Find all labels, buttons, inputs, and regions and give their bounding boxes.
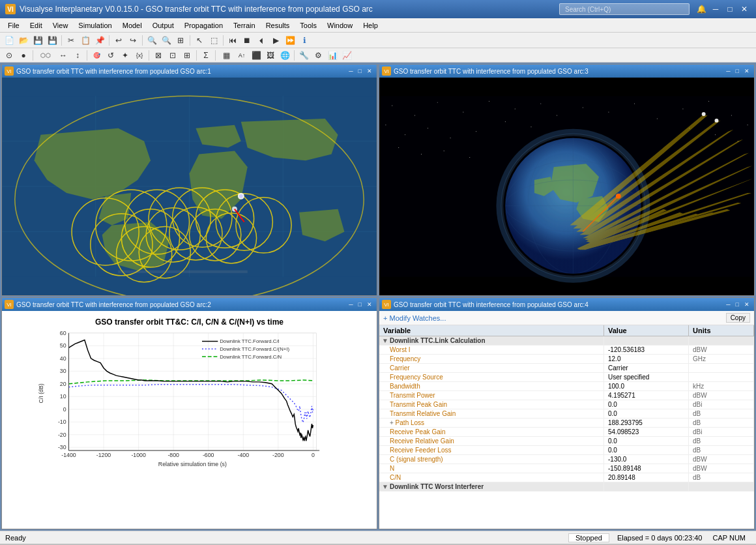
tb2-btn14[interactable]: A↑: [235, 49, 248, 62]
tb2-btn17[interactable]: 🌐: [278, 49, 291, 62]
tb2-btn18[interactable]: 🔧: [297, 49, 310, 62]
map-canvas[interactable]: [2, 78, 377, 295]
tb2-btn9[interactable]: {x}: [133, 49, 146, 62]
globe-close[interactable]: ✕: [742, 68, 751, 74]
window-globe-titlebar: VI GSO transfer orbit TTC with interfere…: [379, 65, 754, 78]
label-n: N: [379, 464, 604, 473]
svg-text:60: 60: [60, 330, 66, 336]
value-worst-i: -120.536183: [604, 346, 689, 354]
zoom-in-btn[interactable]: 🔍: [145, 34, 158, 47]
tb2-btn4[interactable]: ↔: [57, 49, 70, 62]
chart-close[interactable]: ✕: [365, 301, 374, 308]
rewind-btn[interactable]: ⏮: [226, 34, 239, 47]
paste-btn[interactable]: 📌: [93, 34, 106, 47]
unit-cn: dB: [689, 473, 754, 482]
info-btn[interactable]: ℹ: [298, 34, 311, 47]
globe-minimize[interactable]: ─: [724, 68, 732, 74]
close-btn[interactable]: ✕: [738, 3, 751, 16]
value-rx-feeder-loss: 0.0: [604, 446, 689, 454]
cut-btn[interactable]: ✂: [65, 34, 78, 47]
chart-minimize[interactable]: ─: [347, 301, 355, 308]
tb2-btn2[interactable]: ●: [17, 49, 30, 62]
tb2-btn19[interactable]: ⚙: [312, 49, 325, 62]
menu-window[interactable]: Window: [322, 20, 358, 31]
menu-terrain[interactable]: Terrain: [228, 20, 261, 31]
play-btn[interactable]: ▶: [269, 34, 282, 47]
map-maximize[interactable]: □: [356, 68, 364, 74]
copy-btn[interactable]: 📋: [79, 34, 92, 47]
notification-btn[interactable]: 🔔: [695, 3, 708, 16]
svg-text:-20: -20: [58, 432, 66, 438]
tb2-sigma[interactable]: Σ: [199, 49, 212, 62]
map-close[interactable]: ✕: [365, 68, 374, 74]
menu-propagation[interactable]: Propagation: [179, 20, 228, 31]
menu-model[interactable]: Model: [117, 20, 147, 31]
menu-help[interactable]: Help: [358, 20, 383, 31]
menu-simulation[interactable]: Simulation: [73, 20, 117, 31]
tb2-btn1[interactable]: ⊙: [3, 49, 16, 62]
search-placeholder: Search (Ctrl+Q): [565, 6, 611, 13]
minimize-btn[interactable]: ─: [709, 3, 722, 16]
menu-output[interactable]: Output: [147, 20, 179, 31]
tb2-btn6[interactable]: 🎯: [90, 49, 103, 62]
select-btn[interactable]: ⬚: [207, 34, 220, 47]
unit-carrier: [689, 364, 754, 372]
row-bandwidth: Bandwidth 100.0 kHz: [379, 382, 754, 391]
new-btn[interactable]: 📄: [3, 34, 16, 47]
data-close[interactable]: ✕: [742, 301, 751, 308]
window-data-title: GSO transfer orbit TTC with interference…: [394, 301, 724, 308]
map-minimize[interactable]: ─: [347, 68, 355, 74]
save-as-btn[interactable]: 💾: [46, 34, 59, 47]
menu-file[interactable]: File: [3, 20, 25, 31]
chart-maximize[interactable]: □: [356, 301, 364, 308]
tb2-btn12[interactable]: ⊞: [181, 49, 194, 62]
data-table-scroll[interactable]: ▼Downlink TTC.Link Calculation Worst I -…: [379, 336, 754, 529]
stop-btn[interactable]: ⏹: [240, 34, 254, 47]
globe-maximize[interactable]: □: [734, 68, 741, 74]
fit-btn[interactable]: ⊞: [174, 34, 187, 47]
tb2-btn3[interactable]: ⬡⬡: [36, 49, 55, 62]
cursor-btn[interactable]: ↖: [193, 34, 206, 47]
row-frequency: Frequency 12.0 GHz: [379, 355, 754, 364]
zoom-out-btn[interactable]: 🔍: [160, 34, 173, 47]
search-box[interactable]: Search (Ctrl+Q): [559, 3, 690, 15]
menu-results[interactable]: Results: [261, 20, 295, 31]
tb2-btn21[interactable]: 📈: [340, 49, 353, 62]
label-tx-rel-gain: Transmit Relative Gain: [379, 409, 604, 418]
open-btn[interactable]: 📂: [17, 34, 30, 47]
globe-canvas[interactable]: [379, 78, 754, 295]
svg-point-30: [392, 106, 392, 106]
menu-tools[interactable]: Tools: [295, 20, 322, 31]
tb2-btn11[interactable]: ⊡: [166, 49, 179, 62]
svg-point-38: [405, 134, 405, 135]
copy-data-btn[interactable]: Copy: [726, 313, 750, 323]
tb2-btn16[interactable]: 🖼: [264, 49, 277, 62]
tb2-btn7[interactable]: ↺: [104, 49, 117, 62]
step-back-btn[interactable]: ⏴: [255, 34, 268, 47]
tb2-btn10[interactable]: ⊠: [152, 49, 165, 62]
tb2-btn8[interactable]: ✦: [119, 49, 132, 62]
svg-text:0: 0: [63, 406, 66, 413]
undo-btn[interactable]: ↩: [112, 34, 125, 47]
maximize-btn[interactable]: □: [723, 3, 736, 16]
section-header-downlink: ▼Downlink TTC.Link Calculation: [379, 336, 754, 346]
sep5: [223, 35, 224, 46]
tb2-btn15[interactable]: ⬛: [250, 49, 263, 62]
menu-view[interactable]: View: [48, 20, 74, 31]
tb2-btn5[interactable]: ↕: [71, 49, 84, 62]
modify-watches-btn[interactable]: + Modify Watches...: [383, 314, 446, 322]
tb2-btn13[interactable]: ▦: [218, 49, 234, 62]
svg-point-46: [608, 111, 609, 112]
status-ready: Ready: [5, 534, 57, 542]
fast-fwd-btn[interactable]: ⏩: [284, 34, 297, 47]
svg-text:0: 0: [312, 452, 315, 458]
save-btn[interactable]: 💾: [31, 34, 44, 47]
data-minimize[interactable]: ─: [724, 301, 732, 308]
value-n: -150.89148: [604, 464, 689, 473]
menu-edit[interactable]: Edit: [25, 20, 48, 31]
data-maximize[interactable]: □: [734, 301, 741, 308]
chart-canvas[interactable]: GSO transfer orbit TT&C: C/I, C/N & C/(N…: [2, 311, 377, 529]
window-globe-title: GSO transfer orbit TTC with interference…: [394, 68, 724, 75]
tb2-btn20[interactable]: 📊: [326, 49, 339, 62]
redo-btn[interactable]: ↪: [126, 34, 139, 47]
